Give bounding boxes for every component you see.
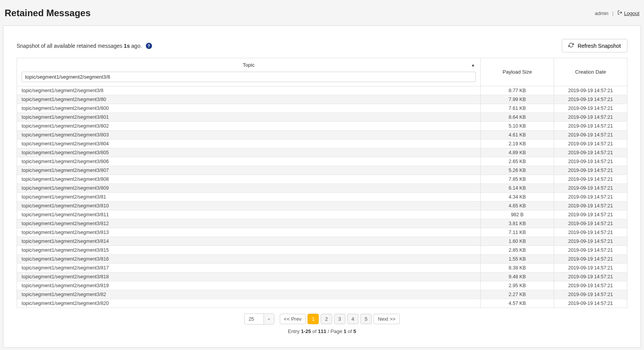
cell-topic: topic/segment1/segment2/segment3/815 (17, 246, 481, 255)
cell-size: 2.27 KB (481, 290, 554, 299)
table-row[interactable]: topic/segment1/segment2/segment3/8096.14… (17, 184, 627, 193)
sort-asc-icon: ▲ (471, 63, 475, 67)
table-row[interactable]: topic/segment1/segment2/segment3/8123.81… (17, 219, 627, 228)
cell-topic: topic/segment1/segment2/segment3/800 (17, 104, 481, 113)
entry-info-text: Entry (288, 328, 301, 334)
table-row[interactable]: topic/segment1/segment2/segment3/8062.65… (17, 157, 627, 166)
table-row[interactable]: topic/segment1/segment2/segment3/822.27 … (17, 290, 627, 299)
cell-topic: topic/segment1/segment2/segment3/809 (17, 184, 481, 193)
cell-topic: topic/segment1/segment2/segment3/807 (17, 166, 481, 175)
content-panel: Snapshot of all available retained messa… (3, 25, 641, 348)
pager-page-button[interactable]: 1 (308, 314, 319, 324)
cell-size: 4.89 KB (481, 148, 554, 157)
logout-link[interactable]: Logout (617, 10, 639, 16)
pager-page-button[interactable]: 4 (347, 314, 358, 324)
cell-topic: topic/segment1/segment2/segment3/802 (17, 122, 481, 131)
page-size-select[interactable]: 25 (244, 313, 274, 325)
pager-page-button[interactable]: 3 (334, 314, 345, 324)
table-row[interactable]: topic/segment1/segment2/segment3/8178.38… (17, 264, 627, 273)
table-row[interactable]: topic/segment1/segment2/segment3/8054.89… (17, 148, 627, 157)
cell-topic: topic/segment1/segment2/segment3/811 (17, 210, 481, 219)
page-title: Retained Messages (5, 8, 91, 19)
cell-size: 7.11 KB (481, 228, 554, 237)
cell-topic: topic/segment1/segment2/segment3/81 (17, 193, 481, 202)
cell-date: 2019-09-19 14:57:21 (554, 140, 627, 148)
pager-page-button[interactable]: 2 (321, 314, 332, 324)
table-row[interactable]: topic/segment1/segment2/segment3/8042.19… (17, 140, 627, 148)
table-row[interactable]: topic/segment1/segment2/segment3/8204.57… (17, 299, 627, 308)
cell-topic: topic/segment1/segment2/segment3/813 (17, 228, 481, 237)
cell-date: 2019-09-19 14:57:21 (554, 273, 627, 281)
cell-size: 2.19 KB (481, 140, 554, 148)
page-size-value: 25 (245, 314, 263, 324)
cell-date: 2019-09-19 14:57:21 (554, 157, 627, 166)
column-header-topic[interactable]: Topic ▲ (17, 58, 481, 86)
cell-size: 4.57 KB (481, 299, 554, 308)
table-row[interactable]: topic/segment1/segment2/segment3/8189.48… (17, 273, 627, 281)
cell-topic: topic/segment1/segment2/segment3/8 (17, 86, 481, 95)
cell-date: 2019-09-19 14:57:21 (554, 264, 627, 273)
cell-date: 2019-09-19 14:57:21 (554, 228, 627, 237)
cell-date: 2019-09-19 14:57:21 (554, 184, 627, 193)
cell-size: 4.34 KB (481, 193, 554, 202)
cell-size: 7.99 KB (481, 95, 554, 104)
chevron-down-icon (264, 314, 274, 324)
cell-size: 2.65 KB (481, 157, 554, 166)
table-row[interactable]: topic/segment1/segment2/segment3/8137.11… (17, 228, 627, 237)
table-row[interactable]: topic/segment1/segment2/segment3/8075.26… (17, 166, 627, 175)
separator: | (612, 10, 614, 16)
table-row[interactable]: topic/segment1/segment2/segment3/807.99 … (17, 95, 627, 104)
column-date-label: Creation Date (575, 69, 606, 75)
table-row[interactable]: topic/segment1/segment2/segment3/8104.65… (17, 202, 627, 210)
cell-size: 8.38 KB (481, 264, 554, 273)
cell-size: 8.77 KB (481, 86, 554, 95)
pager-prev-button[interactable]: << Prev (280, 314, 306, 324)
pager-next-button[interactable]: Next >> (374, 314, 400, 324)
table-row[interactable]: topic/segment1/segment2/segment3/8034.61… (17, 131, 627, 140)
cell-topic: topic/segment1/segment2/segment3/814 (17, 237, 481, 246)
entry-info-text: of (347, 328, 353, 334)
column-header-creation-date[interactable]: Creation Date (554, 58, 627, 86)
topic-filter-input[interactable] (22, 72, 476, 82)
refresh-snapshot-button[interactable]: Refresh Snapshot (562, 39, 627, 52)
entry-range: 1-25 (301, 328, 311, 334)
cell-topic: topic/segment1/segment2/segment3/806 (17, 157, 481, 166)
cell-date: 2019-09-19 14:57:21 (554, 86, 627, 95)
cell-size: 2.85 KB (481, 246, 554, 255)
cell-date: 2019-09-19 14:57:21 (554, 290, 627, 299)
cell-topic: topic/segment1/segment2/segment3/82 (17, 290, 481, 299)
cell-date: 2019-09-19 14:57:21 (554, 281, 627, 290)
cell-size: 982 B (481, 210, 554, 219)
table-row[interactable]: topic/segment1/segment2/segment3/8192.95… (17, 281, 627, 290)
table-row[interactable]: topic/segment1/segment2/segment3/8161.55… (17, 255, 627, 264)
pager-page-button[interactable]: 5 (360, 314, 372, 324)
cell-size: 1.55 KB (481, 255, 554, 264)
retained-messages-table: Topic ▲ Payload Size Creation Date topic (17, 58, 627, 308)
cell-size: 2.95 KB (481, 281, 554, 290)
cell-date: 2019-09-19 14:57:21 (554, 166, 627, 175)
help-icon[interactable]: ? (146, 43, 152, 49)
entry-info-text: / Page (326, 328, 344, 334)
table-row[interactable]: topic/segment1/segment2/segment3/8087.85… (17, 175, 627, 184)
cell-date: 2019-09-19 14:57:21 (554, 299, 627, 308)
logout-icon (617, 10, 622, 16)
table-row[interactable]: topic/segment1/segment2/segment3/8007.61… (17, 104, 627, 113)
table-row[interactable]: topic/segment1/segment2/segment3/8141.60… (17, 237, 627, 246)
table-row[interactable]: topic/segment1/segment2/segment3/8152.85… (17, 246, 627, 255)
table-row[interactable]: topic/segment1/segment2/segment3/811982 … (17, 210, 627, 219)
column-topic-label: Topic (243, 62, 254, 68)
table-row[interactable]: topic/segment1/segment2/segment3/814.34 … (17, 193, 627, 202)
table-row[interactable]: topic/segment1/segment2/segment3/8018.64… (17, 113, 627, 122)
table-row[interactable]: topic/segment1/segment2/segment3/8025.10… (17, 122, 627, 131)
cell-size: 8.64 KB (481, 113, 554, 122)
table-row[interactable]: topic/segment1/segment2/segment3/88.77 K… (17, 86, 627, 95)
cell-date: 2019-09-19 14:57:21 (554, 148, 627, 157)
column-header-payload-size[interactable]: Payload Size (481, 58, 554, 86)
cell-size: 5.10 KB (481, 122, 554, 131)
cell-topic: topic/segment1/segment2/segment3/818 (17, 273, 481, 281)
cell-date: 2019-09-19 14:57:21 (554, 175, 627, 184)
entry-pages-total: 5 (353, 328, 356, 334)
cell-size: 3.81 KB (481, 219, 554, 228)
snapshot-prefix: Snapshot of all available retained messa… (17, 43, 124, 49)
cell-date: 2019-09-19 14:57:21 (554, 113, 627, 122)
